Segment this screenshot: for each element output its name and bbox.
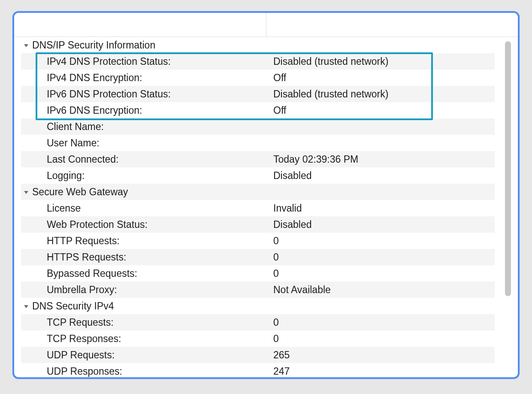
table-row[interactable]: UDP Requests:265	[21, 347, 495, 363]
rows-viewport[interactable]: DNS/IP Security Information IPv4 DNS Pro…	[21, 37, 495, 378]
table-row[interactable]: IPv4 DNS Encryption:Off	[21, 70, 495, 86]
row-value: Today 02:39:36 PM	[273, 151, 495, 167]
row-label: IPv6 DNS Protection Status:	[47, 86, 273, 102]
row-value: Off	[273, 70, 495, 86]
row-label: HTTPS Requests:	[47, 249, 273, 265]
section-header[interactable]: DNS Security IPv4	[21, 298, 495, 314]
row-value: Disabled (trusted network)	[273, 53, 495, 70]
row-value: Invalid	[273, 200, 495, 216]
row-label: Web Protection Status:	[47, 216, 273, 233]
table-row[interactable]: HTTP Requests:0	[21, 233, 495, 249]
chevron-down-icon	[23, 189, 30, 196]
row-label: Logging:	[47, 167, 273, 184]
table-row[interactable]: IPv6 DNS Encryption:Off	[21, 102, 495, 118]
table-row[interactable]: TCP Requests:0	[21, 314, 495, 330]
row-label: IPv4 DNS Protection Status:	[47, 53, 273, 70]
table-body: DNS/IP Security Information IPv4 DNS Pro…	[14, 37, 518, 378]
row-label: User Name:	[47, 135, 273, 151]
row-label: UDP Responses:	[47, 363, 273, 378]
table-row[interactable]: Last Connected:Today 02:39:36 PM	[21, 151, 495, 167]
scrollbar[interactable]	[505, 41, 511, 296]
statistics-panel: DNS/IP Security Information IPv4 DNS Pro…	[12, 11, 520, 379]
table-header-col2[interactable]	[266, 13, 518, 36]
table-row[interactable]: HTTPS Requests:0	[21, 249, 495, 265]
table-row[interactable]: Logging:Disabled	[21, 167, 495, 184]
row-value: 0	[273, 314, 495, 330]
table-row[interactable]: IPv4 DNS Protection Status:Disabled (tru…	[21, 53, 495, 70]
row-label: Client Name:	[47, 118, 273, 135]
table-header-col1[interactable]	[14, 13, 266, 36]
section-title: DNS/IP Security Information	[32, 37, 155, 53]
table-row[interactable]: Bypassed Requests:0	[21, 265, 495, 282]
table-row[interactable]: Client Name:	[21, 118, 495, 135]
table-row[interactable]: User Name:	[21, 135, 495, 151]
table-row[interactable]: TCP Responses:0	[21, 330, 495, 347]
table-row[interactable]: LicenseInvalid	[21, 200, 495, 216]
chevron-down-icon	[23, 303, 30, 310]
row-value: 0	[273, 265, 495, 282]
section-header[interactable]: DNS/IP Security Information	[21, 37, 495, 53]
row-label: Bypassed Requests:	[47, 265, 273, 282]
row-value: Disabled	[273, 167, 495, 184]
row-value: 265	[273, 347, 495, 363]
row-value: Disabled (trusted network)	[273, 86, 495, 102]
row-label: IPv6 DNS Encryption:	[47, 102, 273, 118]
row-value: 0	[273, 249, 495, 265]
row-value: 247	[273, 363, 495, 378]
table-row[interactable]: IPv6 DNS Protection Status:Disabled (tru…	[21, 86, 495, 102]
row-value: Off	[273, 102, 495, 118]
row-label: Last Connected:	[47, 151, 273, 167]
row-label: HTTP Requests:	[47, 233, 273, 249]
row-value: Not Available	[273, 282, 495, 298]
row-label: TCP Responses:	[47, 330, 273, 347]
table-row[interactable]: Web Protection Status:Disabled	[21, 216, 495, 233]
row-value: 0	[273, 330, 495, 347]
row-label: TCP Requests:	[47, 314, 273, 330]
table-row[interactable]: Umbrella Proxy:Not Available	[21, 282, 495, 298]
row-label: License	[47, 200, 273, 216]
table-header	[14, 13, 518, 37]
row-value: 0	[273, 233, 495, 249]
row-value: Disabled	[273, 216, 495, 233]
row-label: IPv4 DNS Encryption:	[47, 70, 273, 86]
row-label: Umbrella Proxy:	[47, 282, 273, 298]
section-title: DNS Security IPv4	[32, 298, 114, 314]
row-label: UDP Requests:	[47, 347, 273, 363]
section-header[interactable]: Secure Web Gateway	[21, 184, 495, 200]
chevron-down-icon	[23, 42, 30, 49]
table-row[interactable]: UDP Responses:247	[21, 363, 495, 378]
section-title: Secure Web Gateway	[32, 184, 128, 200]
scrollbar-thumb[interactable]	[505, 41, 511, 296]
